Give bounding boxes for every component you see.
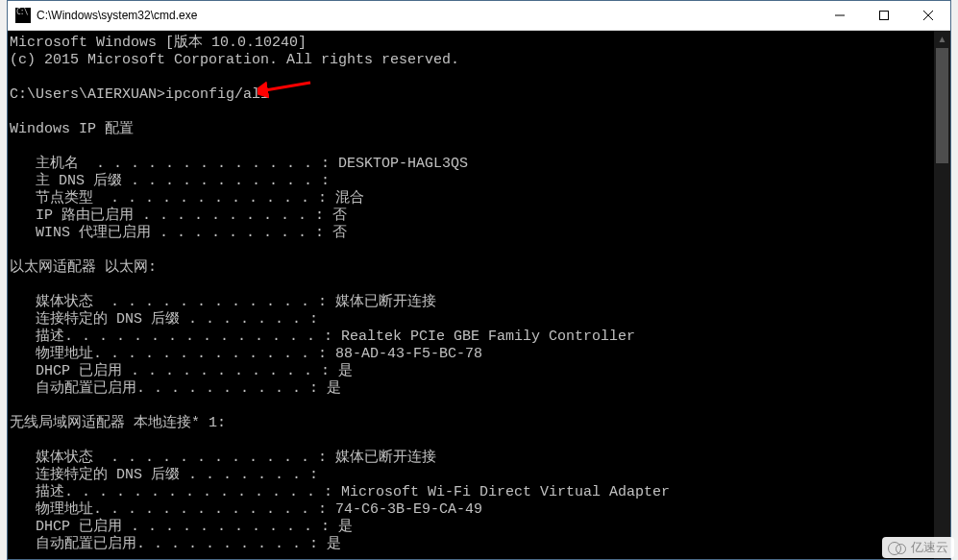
cmd-window: C:\Windows\system32\cmd.exe Microso bbox=[7, 0, 951, 560]
terminal-line: 主 DNS 后缀 . . . . . . . . . . . : bbox=[10, 173, 934, 190]
terminal-line: DHCP 已启用 . . . . . . . . . . . : 是 bbox=[10, 519, 934, 536]
terminal-line: Windows IP 配置 bbox=[10, 121, 934, 138]
close-button[interactable] bbox=[906, 1, 950, 30]
terminal-line: 无线局域网适配器 本地连接* 1: bbox=[10, 415, 934, 432]
terminal-line bbox=[10, 104, 934, 121]
watermark-text: 亿速云 bbox=[911, 539, 948, 556]
terminal-line: 自动配置已启用. . . . . . . . . . : 是 bbox=[10, 380, 934, 398]
cloud-icon bbox=[888, 541, 907, 554]
terminal-line: 物理地址. . . . . . . . . . . . . : 74-C6-3B… bbox=[10, 501, 934, 519]
terminal-output[interactable]: Microsoft Windows [版本 10.0.10240](c) 201… bbox=[8, 31, 934, 559]
terminal-line: 描述. . . . . . . . . . . . . . . : Realte… bbox=[10, 329, 934, 346]
terminal-area: Microsoft Windows [版本 10.0.10240](c) 201… bbox=[8, 31, 950, 559]
terminal-line: 连接特定的 DNS 后缀 . . . . . . . : bbox=[10, 467, 934, 484]
minimize-icon bbox=[835, 11, 845, 20]
svg-rect-1 bbox=[880, 12, 889, 20]
terminal-line: 媒体状态 . . . . . . . . . . . . : 媒体已断开连接 bbox=[10, 294, 934, 311]
maximize-button[interactable] bbox=[862, 1, 906, 30]
terminal-line: 节点类型 . . . . . . . . . . . . : 混合 bbox=[10, 190, 934, 207]
terminal-line bbox=[10, 242, 934, 259]
terminal-line: 媒体状态 . . . . . . . . . . . . : 媒体已断开连接 bbox=[10, 450, 934, 467]
window-title: C:\Windows\system32\cmd.exe bbox=[37, 9, 818, 22]
terminal-line: DHCP 已启用 . . . . . . . . . . . : 是 bbox=[10, 363, 934, 380]
scroll-up-icon[interactable]: ▲ bbox=[934, 31, 950, 47]
terminal-line: 主机名 . . . . . . . . . . . . . : DESKTOP-… bbox=[10, 156, 934, 173]
terminal-line: 以太网适配器 以太网: bbox=[10, 259, 934, 277]
cmd-icon bbox=[15, 8, 31, 23]
terminal-line: (c) 2015 Microsoft Corporation. All righ… bbox=[10, 52, 934, 69]
terminal-line: IP 路由已启用 . . . . . . . . . . : 否 bbox=[10, 207, 934, 225]
terminal-line: WINS 代理已启用 . . . . . . . . . : 否 bbox=[10, 225, 934, 242]
terminal-line bbox=[10, 138, 934, 156]
maximize-icon bbox=[879, 11, 889, 20]
vertical-scrollbar[interactable]: ▲ ▼ bbox=[934, 31, 950, 559]
watermark: 亿速云 bbox=[882, 537, 954, 558]
terminal-line: C:\Users\AIERXUAN>ipconfig/all bbox=[10, 86, 934, 104]
window-controls bbox=[818, 1, 950, 30]
terminal-line: Microsoft Windows [版本 10.0.10240] bbox=[10, 35, 934, 52]
terminal-line bbox=[10, 277, 934, 294]
titlebar[interactable]: C:\Windows\system32\cmd.exe bbox=[8, 1, 950, 31]
terminal-line: 描述. . . . . . . . . . . . . . . : Micros… bbox=[10, 484, 934, 501]
terminal-line: 自动配置已启用. . . . . . . . . . : 是 bbox=[10, 536, 934, 553]
terminal-line bbox=[10, 69, 934, 86]
terminal-line bbox=[10, 432, 934, 450]
terminal-line: 连接特定的 DNS 后缀 . . . . . . . : bbox=[10, 311, 934, 329]
terminal-line bbox=[10, 398, 934, 415]
scroll-thumb[interactable] bbox=[936, 48, 948, 163]
minimize-button[interactable] bbox=[818, 1, 862, 30]
terminal-line: 物理地址. . . . . . . . . . . . . : 88-AD-43… bbox=[10, 346, 934, 363]
close-icon bbox=[923, 11, 933, 20]
